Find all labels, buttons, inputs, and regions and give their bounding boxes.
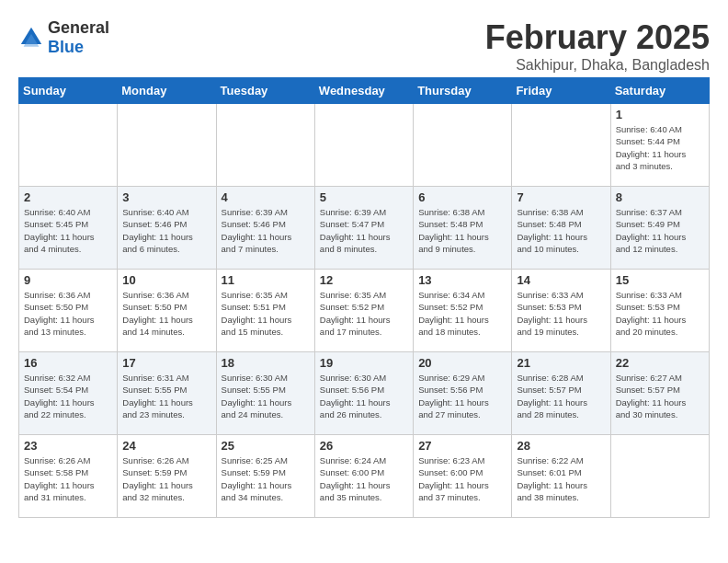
day-info: Sunrise: 6:26 AM Sunset: 5:59 PM Dayligh… xyxy=(122,454,210,503)
calendar-header-row: SundayMondayTuesdayWednesdayThursdayFrid… xyxy=(19,78,710,104)
calendar-cell: 28Sunrise: 6:22 AM Sunset: 6:01 PM Dayli… xyxy=(512,435,610,518)
day-info: Sunrise: 6:36 AM Sunset: 5:50 PM Dayligh… xyxy=(24,289,112,338)
day-info: Sunrise: 6:22 AM Sunset: 6:01 PM Dayligh… xyxy=(517,454,605,503)
calendar-cell xyxy=(216,104,314,187)
calendar-cell: 18Sunrise: 6:30 AM Sunset: 5:55 PM Dayli… xyxy=(216,352,314,435)
day-number: 22 xyxy=(616,356,704,370)
day-number: 9 xyxy=(24,273,112,287)
calendar-cell: 25Sunrise: 6:25 AM Sunset: 5:59 PM Dayli… xyxy=(216,435,314,518)
calendar-cell: 20Sunrise: 6:29 AM Sunset: 5:56 PM Dayli… xyxy=(414,352,512,435)
day-number: 11 xyxy=(222,273,310,287)
day-number: 1 xyxy=(616,108,704,121)
day-info: Sunrise: 6:39 AM Sunset: 5:47 PM Dayligh… xyxy=(320,206,408,255)
calendar-week-row: 9Sunrise: 6:36 AM Sunset: 5:50 PM Daylig… xyxy=(19,270,710,352)
calendar-cell xyxy=(19,104,118,187)
day-info: Sunrise: 6:24 AM Sunset: 6:00 PM Dayligh… xyxy=(320,454,408,503)
calendar-cell: 12Sunrise: 6:35 AM Sunset: 5:52 PM Dayli… xyxy=(314,270,413,352)
day-info: Sunrise: 6:27 AM Sunset: 5:57 PM Dayligh… xyxy=(616,372,704,420)
day-number: 21 xyxy=(517,356,605,370)
day-number: 3 xyxy=(122,190,210,204)
day-info: Sunrise: 6:40 AM Sunset: 5:46 PM Dayligh… xyxy=(122,206,210,255)
day-number: 7 xyxy=(517,190,605,204)
calendar-week-row: 16Sunrise: 6:32 AM Sunset: 5:54 PM Dayli… xyxy=(19,352,710,435)
day-info: Sunrise: 6:40 AM Sunset: 5:45 PM Dayligh… xyxy=(24,206,112,255)
calendar-cell: 14Sunrise: 6:33 AM Sunset: 5:53 PM Dayli… xyxy=(512,270,610,352)
calendar-cell: 27Sunrise: 6:23 AM Sunset: 6:00 PM Dayli… xyxy=(414,435,512,518)
calendar-cell: 11Sunrise: 6:35 AM Sunset: 5:51 PM Dayli… xyxy=(216,270,314,352)
day-info: Sunrise: 6:30 AM Sunset: 5:55 PM Dayligh… xyxy=(222,372,310,420)
day-info: Sunrise: 6:38 AM Sunset: 5:48 PM Dayligh… xyxy=(418,206,506,255)
calendar-week-row: 23Sunrise: 6:26 AM Sunset: 5:58 PM Dayli… xyxy=(19,435,710,518)
calendar-cell: 23Sunrise: 6:26 AM Sunset: 5:58 PM Dayli… xyxy=(19,435,118,518)
calendar-cell: 3Sunrise: 6:40 AM Sunset: 5:46 PM Daylig… xyxy=(118,187,216,270)
day-number: 6 xyxy=(418,190,506,204)
calendar-cell: 4Sunrise: 6:39 AM Sunset: 5:46 PM Daylig… xyxy=(216,187,314,270)
calendar-cell: 19Sunrise: 6:30 AM Sunset: 5:56 PM Dayli… xyxy=(314,352,413,435)
weekday-header-sunday: Sunday xyxy=(19,78,118,104)
calendar-cell: 15Sunrise: 6:33 AM Sunset: 5:53 PM Dayli… xyxy=(610,270,709,352)
page-header: General Blue February 2025 Sakhipur, Dha… xyxy=(18,18,710,74)
calendar-cell: 26Sunrise: 6:24 AM Sunset: 6:00 PM Dayli… xyxy=(314,435,413,518)
calendar-cell xyxy=(610,435,709,518)
day-number: 13 xyxy=(418,273,506,287)
day-number: 15 xyxy=(616,273,704,287)
day-number: 18 xyxy=(222,356,310,370)
weekday-header-thursday: Thursday xyxy=(414,78,512,104)
location-title: Sakhipur, Dhaka, Bangladesh xyxy=(485,57,710,74)
calendar-cell: 9Sunrise: 6:36 AM Sunset: 5:50 PM Daylig… xyxy=(19,270,118,352)
calendar-cell: 13Sunrise: 6:34 AM Sunset: 5:52 PM Dayli… xyxy=(414,270,512,352)
day-number: 28 xyxy=(517,439,605,453)
weekday-header-wednesday: Wednesday xyxy=(314,78,413,104)
day-info: Sunrise: 6:39 AM Sunset: 5:46 PM Dayligh… xyxy=(222,206,310,255)
calendar-cell: 24Sunrise: 6:26 AM Sunset: 5:59 PM Dayli… xyxy=(118,435,216,518)
day-info: Sunrise: 6:32 AM Sunset: 5:54 PM Dayligh… xyxy=(24,372,112,420)
calendar-cell: 6Sunrise: 6:38 AM Sunset: 5:48 PM Daylig… xyxy=(414,187,512,270)
logo-general: General xyxy=(48,18,109,37)
day-number: 17 xyxy=(122,356,210,370)
logo-text: General Blue xyxy=(48,18,109,57)
day-info: Sunrise: 6:30 AM Sunset: 5:56 PM Dayligh… xyxy=(320,372,408,420)
calendar-cell: 8Sunrise: 6:37 AM Sunset: 5:49 PM Daylig… xyxy=(610,187,709,270)
logo-blue: Blue xyxy=(48,38,84,56)
day-info: Sunrise: 6:37 AM Sunset: 5:49 PM Dayligh… xyxy=(616,206,704,255)
day-info: Sunrise: 6:31 AM Sunset: 5:55 PM Dayligh… xyxy=(122,372,210,420)
day-number: 25 xyxy=(222,439,310,453)
day-info: Sunrise: 6:33 AM Sunset: 5:53 PM Dayligh… xyxy=(517,289,605,338)
calendar-cell xyxy=(512,104,610,187)
day-number: 10 xyxy=(122,273,210,287)
day-info: Sunrise: 6:28 AM Sunset: 5:57 PM Dayligh… xyxy=(517,372,605,420)
day-number: 2 xyxy=(24,190,112,204)
day-info: Sunrise: 6:29 AM Sunset: 5:56 PM Dayligh… xyxy=(418,372,506,420)
calendar-cell: 10Sunrise: 6:36 AM Sunset: 5:50 PM Dayli… xyxy=(118,270,216,352)
day-info: Sunrise: 6:38 AM Sunset: 5:48 PM Dayligh… xyxy=(517,206,605,255)
day-number: 26 xyxy=(320,439,408,453)
day-info: Sunrise: 6:35 AM Sunset: 5:51 PM Dayligh… xyxy=(222,289,310,338)
calendar-cell: 5Sunrise: 6:39 AM Sunset: 5:47 PM Daylig… xyxy=(314,187,413,270)
day-info: Sunrise: 6:40 AM Sunset: 5:44 PM Dayligh… xyxy=(616,123,704,172)
day-number: 20 xyxy=(418,356,506,370)
day-number: 5 xyxy=(320,190,408,204)
day-info: Sunrise: 6:33 AM Sunset: 5:53 PM Dayligh… xyxy=(616,289,704,338)
weekday-header-monday: Monday xyxy=(118,78,216,104)
calendar-cell xyxy=(414,104,512,187)
day-number: 16 xyxy=(24,356,112,370)
calendar-cell: 21Sunrise: 6:28 AM Sunset: 5:57 PM Dayli… xyxy=(512,352,610,435)
calendar-cell: 2Sunrise: 6:40 AM Sunset: 5:45 PM Daylig… xyxy=(19,187,118,270)
calendar-cell xyxy=(314,104,413,187)
calendar-cell: 22Sunrise: 6:27 AM Sunset: 5:57 PM Dayli… xyxy=(610,352,709,435)
calendar-cell: 17Sunrise: 6:31 AM Sunset: 5:55 PM Dayli… xyxy=(118,352,216,435)
day-number: 8 xyxy=(616,190,704,204)
title-block: February 2025 Sakhipur, Dhaka, Banglades… xyxy=(485,18,710,74)
calendar-cell: 1Sunrise: 6:40 AM Sunset: 5:44 PM Daylig… xyxy=(610,104,709,187)
day-info: Sunrise: 6:36 AM Sunset: 5:50 PM Dayligh… xyxy=(122,289,210,338)
calendar-cell: 7Sunrise: 6:38 AM Sunset: 5:48 PM Daylig… xyxy=(512,187,610,270)
weekday-header-friday: Friday xyxy=(512,78,610,104)
calendar-week-row: 1Sunrise: 6:40 AM Sunset: 5:44 PM Daylig… xyxy=(19,104,710,187)
day-info: Sunrise: 6:34 AM Sunset: 5:52 PM Dayligh… xyxy=(418,289,506,338)
day-number: 14 xyxy=(517,273,605,287)
day-number: 24 xyxy=(122,439,210,453)
day-info: Sunrise: 6:23 AM Sunset: 6:00 PM Dayligh… xyxy=(418,454,506,503)
day-info: Sunrise: 6:25 AM Sunset: 5:59 PM Dayligh… xyxy=(222,454,310,503)
weekday-header-saturday: Saturday xyxy=(610,78,709,104)
weekday-header-tuesday: Tuesday xyxy=(216,78,314,104)
